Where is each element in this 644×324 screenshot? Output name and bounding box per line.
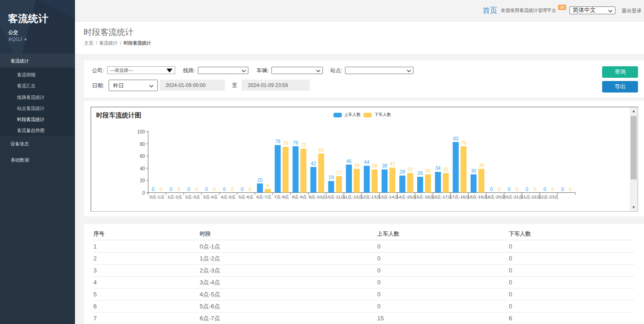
svg-text:20点-21点: 20点-21点 bbox=[503, 194, 523, 199]
svg-text:76: 76 bbox=[293, 140, 299, 145]
svg-text:11点-12点: 11点-12点 bbox=[343, 194, 363, 199]
svg-text:20: 20 bbox=[140, 178, 145, 183]
svg-text:46: 46 bbox=[346, 158, 352, 164]
svg-text:21点-22点: 21点-22点 bbox=[521, 194, 540, 199]
svg-text:15点-16点: 15点-16点 bbox=[414, 194, 434, 199]
svg-text:3点-4点: 3点-4点 bbox=[203, 194, 218, 199]
svg-text:5点-6点: 5点-6点 bbox=[239, 194, 254, 199]
svg-text:0: 0 bbox=[187, 186, 190, 192]
svg-text:0: 0 bbox=[534, 186, 536, 192]
svg-text:39: 39 bbox=[479, 162, 484, 168]
svg-text:32: 32 bbox=[408, 167, 413, 172]
svg-text:0: 0 bbox=[223, 186, 226, 192]
svg-text:14点-15点: 14点-15点 bbox=[397, 194, 416, 199]
svg-text:60: 60 bbox=[140, 154, 145, 159]
svg-text:2点-3点: 2点-3点 bbox=[185, 194, 200, 199]
svg-text:16点-17点: 16点-17点 bbox=[432, 194, 452, 199]
svg-text:6点-7点: 6点-7点 bbox=[256, 194, 271, 199]
svg-text:78: 78 bbox=[275, 139, 281, 144]
svg-text:100: 100 bbox=[137, 129, 145, 134]
svg-text:0: 0 bbox=[205, 186, 208, 192]
svg-text:0: 0 bbox=[152, 186, 155, 192]
svg-text:15: 15 bbox=[257, 177, 263, 183]
svg-text:0: 0 bbox=[160, 186, 162, 192]
svg-text:72: 72 bbox=[301, 142, 306, 148]
svg-text:0点-1点: 0点-1点 bbox=[150, 194, 165, 199]
svg-text:0: 0 bbox=[248, 186, 251, 192]
svg-text:19点-20点: 19点-20点 bbox=[485, 194, 505, 199]
svg-text:0: 0 bbox=[490, 186, 493, 192]
svg-text:0: 0 bbox=[551, 186, 554, 192]
svg-text:9点-10点: 9点-10点 bbox=[309, 194, 326, 199]
svg-text:13点-14点: 13点-14点 bbox=[379, 194, 398, 199]
svg-text:19: 19 bbox=[328, 174, 334, 180]
svg-text:40: 40 bbox=[140, 166, 145, 171]
svg-text:76: 76 bbox=[461, 140, 466, 145]
svg-text:26: 26 bbox=[418, 170, 423, 176]
svg-text:44: 44 bbox=[364, 159, 369, 165]
svg-text:83: 83 bbox=[453, 136, 459, 141]
svg-text:0: 0 bbox=[213, 186, 216, 192]
svg-text:27: 27 bbox=[336, 170, 342, 175]
svg-text:0: 0 bbox=[178, 186, 180, 192]
svg-text:0: 0 bbox=[508, 186, 511, 192]
svg-text:0: 0 bbox=[498, 186, 500, 192]
svg-text:0: 0 bbox=[142, 191, 145, 196]
svg-text:30: 30 bbox=[426, 168, 431, 174]
svg-text:6: 6 bbox=[266, 183, 269, 188]
svg-text:0: 0 bbox=[195, 186, 198, 192]
svg-text:0: 0 bbox=[170, 186, 172, 192]
svg-text:12点-13点: 12点-13点 bbox=[361, 194, 380, 199]
svg-text:38: 38 bbox=[382, 163, 387, 168]
svg-text:32: 32 bbox=[443, 167, 448, 172]
svg-text:0: 0 bbox=[516, 186, 518, 192]
svg-text:0: 0 bbox=[231, 186, 234, 192]
svg-text:18点-19点: 18点-19点 bbox=[467, 194, 487, 199]
svg-text:75: 75 bbox=[283, 140, 288, 146]
svg-text:0: 0 bbox=[526, 186, 529, 192]
svg-text:0: 0 bbox=[241, 186, 243, 192]
svg-text:38: 38 bbox=[372, 163, 377, 168]
svg-text:1点-2点: 1点-2点 bbox=[167, 194, 183, 199]
svg-text:41: 41 bbox=[390, 161, 395, 167]
svg-text:8点-9点: 8点-9点 bbox=[292, 194, 307, 199]
svg-text:0: 0 bbox=[569, 186, 572, 192]
svg-text:42: 42 bbox=[310, 161, 316, 166]
svg-text:64: 64 bbox=[318, 147, 324, 153]
svg-text:4点-5点: 4点-5点 bbox=[221, 194, 236, 199]
svg-text:0: 0 bbox=[543, 186, 546, 192]
svg-text:0: 0 bbox=[561, 186, 564, 192]
svg-text:34: 34 bbox=[435, 165, 441, 171]
svg-text:22点-23点: 22点-23点 bbox=[539, 194, 558, 199]
svg-text:10点-11点: 10点-11点 bbox=[325, 194, 345, 199]
svg-text:80: 80 bbox=[140, 142, 145, 147]
svg-text:7点-8点: 7点-8点 bbox=[274, 194, 289, 199]
svg-text:30: 30 bbox=[471, 168, 477, 174]
svg-text:28: 28 bbox=[400, 169, 405, 174]
svg-text:17点-18点: 17点-18点 bbox=[450, 194, 470, 199]
svg-text:39: 39 bbox=[354, 162, 360, 168]
